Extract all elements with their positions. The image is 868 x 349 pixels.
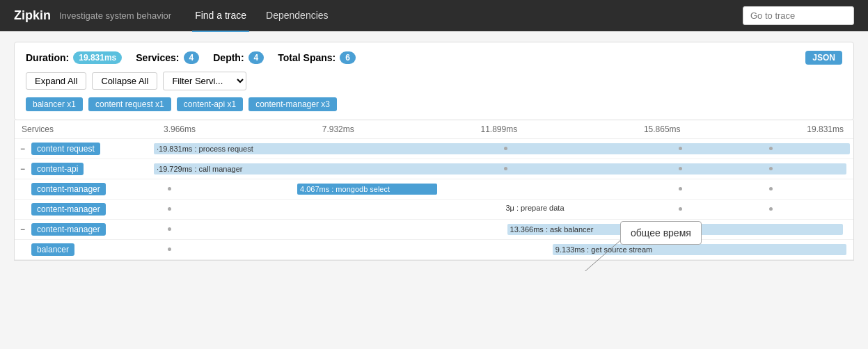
time-marker-2: 11.899ms xyxy=(480,124,517,134)
span-label: ·19.729ms : call manager xyxy=(157,165,243,173)
span-label: 9.133ms : get source stream xyxy=(555,245,652,254)
tag-content-manager[interactable]: content-manager x3 xyxy=(248,97,337,111)
span-bar[interactable]: 13.366ms : ask balancer xyxy=(507,224,843,235)
services-col-header: Services xyxy=(22,124,161,134)
table-row: − content-manager 3μ : prepare data xyxy=(15,200,853,220)
total-spans-info: Total Spans: 6 xyxy=(278,51,356,64)
span-dot xyxy=(168,187,171,190)
span-label: 3μ : prepare data xyxy=(506,204,565,212)
span-dot xyxy=(168,227,171,231)
service-label[interactable]: balancer xyxy=(31,243,74,256)
trace-info-bar: Duration: 19.831ms Services: 4 Depth: 4 … xyxy=(14,42,854,120)
service-cell: − content-manager xyxy=(15,220,154,238)
nav-dependencies[interactable]: Dependencies xyxy=(263,0,331,32)
span-bar[interactable]: 4.067ms : mongodb select xyxy=(297,184,437,195)
timeline-cell: ·19.729ms : call manager xyxy=(154,159,853,179)
table-row: − content request ·19.831ms : process re… xyxy=(15,139,853,159)
table-row: − content-manager 4.067ms : mongodb sele… xyxy=(15,179,853,200)
service-label[interactable]: content-api xyxy=(31,163,84,175)
span-dot xyxy=(679,207,682,211)
trace-column-headers: Services 3.966ms 7.932ms 11.899ms 15.865… xyxy=(15,120,853,139)
services-label: Services: xyxy=(136,52,179,63)
span-dot xyxy=(769,187,773,190)
timeline-header: 3.966ms 7.932ms 11.899ms 15.865ms 19.831… xyxy=(161,124,846,134)
header-search-area xyxy=(743,6,854,25)
time-marker-3: 15.865ms xyxy=(644,124,681,134)
span-dot xyxy=(504,167,507,170)
header-tagline: Investigate system behavior xyxy=(59,10,171,21)
trace-section: Services 3.966ms 7.932ms 11.899ms 15.865… xyxy=(14,120,854,261)
controls-row: Expand All Collapse All Filter Servi... xyxy=(26,72,842,90)
service-cell: − content-manager xyxy=(15,180,154,198)
depth-label: Depth: xyxy=(213,52,244,63)
time-marker-1: 7.932ms xyxy=(322,124,354,134)
service-cell: − content request xyxy=(15,140,154,158)
total-spans-label: Total Spans: xyxy=(278,52,336,63)
span-bar[interactable]: ·19.729ms : call manager xyxy=(154,163,846,174)
info-row: Duration: 19.831ms Services: 4 Depth: 4 … xyxy=(26,51,842,65)
span-label: 13.366ms : ask balancer xyxy=(510,225,594,234)
depth-info: Depth: 4 xyxy=(213,51,264,64)
go-to-trace-input[interactable] xyxy=(743,6,854,25)
filter-services-select[interactable]: Filter Servi... xyxy=(163,72,246,90)
duration-info: Duration: 19.831ms xyxy=(26,51,122,64)
duration-value: 19.831ms xyxy=(73,51,122,64)
span-label: ·19.831ms : process request xyxy=(157,145,253,153)
duration-label: Duration: xyxy=(26,52,69,63)
timeline-cell: 3μ : prepare data xyxy=(154,200,853,219)
tag-content-api[interactable]: content-api x1 xyxy=(177,97,243,111)
service-cell: − content-manager xyxy=(15,200,154,218)
service-label[interactable]: content-manager xyxy=(31,183,106,195)
time-marker-4: 19.831ms xyxy=(807,124,844,134)
span-dot xyxy=(168,207,171,211)
collapse-all-button[interactable]: Collapse All xyxy=(92,72,157,90)
timeline-cell: 4.067ms : mongodb select xyxy=(154,179,853,199)
service-cell: − content-api xyxy=(15,160,154,178)
tag-balancer[interactable]: balancer x1 xyxy=(26,97,83,111)
toggle-icon[interactable]: − xyxy=(20,164,29,174)
total-spans-value: 6 xyxy=(340,51,356,64)
service-label[interactable]: content-manager xyxy=(31,223,106,236)
nav-find-trace[interactable]: Find a trace xyxy=(192,0,249,32)
json-button[interactable]: JSON xyxy=(805,51,842,65)
expand-all-button[interactable]: Expand All xyxy=(26,72,86,90)
span-label: 4.067ms : mongodb select xyxy=(300,185,390,193)
toggle-icon[interactable]: − xyxy=(20,144,29,154)
header: Zipkin Investigate system behavior Find … xyxy=(0,0,868,31)
tags-row: balancer x1 content request x1 content-a… xyxy=(26,97,842,111)
span-dot xyxy=(679,147,682,150)
table-row: − content-manager 13.366ms : ask balance… xyxy=(15,220,853,240)
span-dot xyxy=(679,167,682,170)
span-dot xyxy=(769,207,773,211)
main-nav: Find a trace Dependencies xyxy=(192,0,743,32)
services-info: Services: 4 xyxy=(136,51,199,64)
span-bar[interactable]: ·19.831ms : process request xyxy=(154,143,850,154)
time-marker-0: 3.966ms xyxy=(164,124,196,134)
main-content: Duration: 19.831ms Services: 4 Depth: 4 … xyxy=(0,31,868,271)
span-dot xyxy=(168,247,171,251)
span-dot xyxy=(679,227,682,231)
span-dot xyxy=(679,187,682,190)
timeline-cell: 13.366ms : ask balancer xyxy=(154,220,853,239)
service-cell: − balancer xyxy=(15,241,154,259)
services-value: 4 xyxy=(184,51,200,64)
service-label[interactable]: content-manager xyxy=(31,203,106,216)
timeline-cell: 9.133ms : get source stream xyxy=(154,240,853,259)
span-bar[interactable]: 9.133ms : get source stream xyxy=(553,244,846,255)
timeline-cell: ·19.831ms : process request xyxy=(154,139,853,159)
toggle-icon[interactable]: − xyxy=(20,225,29,234)
table-row: − content-api ·19.729ms : call manager xyxy=(15,159,853,179)
depth-value: 4 xyxy=(248,51,265,64)
span-dot xyxy=(504,147,507,150)
brand-logo: Zipkin xyxy=(14,8,51,23)
service-label[interactable]: content request xyxy=(31,143,100,155)
tag-content-request[interactable]: content request x1 xyxy=(88,97,171,111)
table-row: − balancer 9.133ms : get source stream xyxy=(15,240,853,260)
